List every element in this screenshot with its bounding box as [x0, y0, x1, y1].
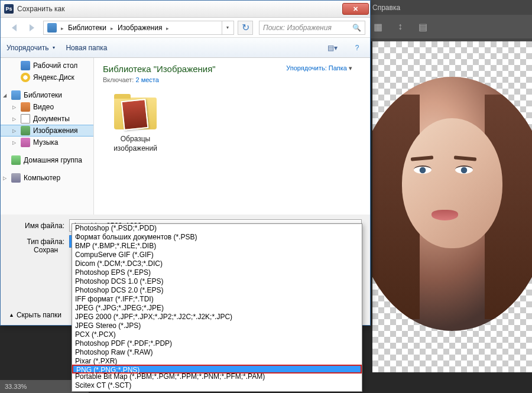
filetype-option[interactable]: Формат больших документов (*.PSB)	[72, 233, 362, 242]
filetype-option[interactable]: Photoshop EPS (*.EPS)	[72, 268, 362, 277]
help-button[interactable]: ?	[350, 41, 364, 55]
filename-label: Имя файла:	[24, 222, 69, 230]
dialog-titlebar[interactable]: Ps Сохранить как ✕	[1, 1, 370, 18]
breadcrumb-images[interactable]: Изображения	[115, 24, 164, 32]
nav-forward-button[interactable]	[24, 20, 41, 35]
save-section-label: Сохран	[34, 246, 58, 254]
sidebar-item-homegroup[interactable]: Домашняя группа	[1, 154, 93, 166]
search-icon: 🔍	[352, 24, 361, 32]
folder-item-samples[interactable]: Образцы изображений	[103, 94, 168, 153]
tree-collapse-icon[interactable]: ▷	[3, 176, 7, 181]
tree-expand-icon[interactable]: ◢	[3, 93, 7, 98]
sidebar-item-images[interactable]: ▷Изображения	[1, 125, 93, 137]
tree-collapse-icon[interactable]: ▷	[12, 116, 16, 122]
tree-collapse-icon[interactable]: ▷	[12, 128, 16, 134]
music-icon	[21, 138, 30, 147]
organize-button[interactable]: Упорядочить	[7, 44, 55, 52]
chevron-up-icon: ▲	[9, 312, 14, 318]
pictures-icon	[21, 126, 30, 135]
sidebar-item-computer[interactable]: ▷Компьютер	[1, 172, 93, 184]
sidebar-item-yandex[interactable]: Яндекс.Диск	[1, 72, 93, 83]
sort-control[interactable]: Упорядочить: Папка ▾	[286, 64, 352, 72]
locations-link[interactable]: 2 места	[135, 76, 158, 83]
filetype-option[interactable]: CompuServe GIF (*.GIF)	[72, 251, 362, 259]
ps-image-content	[372, 77, 532, 331]
filetype-option[interactable]: BMP (*.BMP;*.RLE;*.DIB)	[72, 242, 362, 251]
menu-help[interactable]: Справка	[372, 4, 400, 12]
tree-collapse-icon[interactable]: ▷	[12, 140, 16, 145]
view-options-button[interactable]: ▤▾	[325, 41, 339, 55]
sidebar-item-libraries[interactable]: ◢Библиотеки	[1, 89, 93, 101]
folder-label: Образцы изображений	[103, 135, 168, 153]
filetype-option[interactable]: JPEG 2000 (*.JPF;*.JPX;*.JP2;*.J2C;*.J2K…	[72, 313, 362, 321]
filetype-option[interactable]: Scitex CT (*.SCT)	[72, 381, 362, 390]
ps-canvas[interactable]	[372, 41, 532, 372]
filetype-option[interactable]: Photoshop PDF (*.PDF;*.PDP)	[72, 339, 362, 348]
folder-icon	[112, 94, 159, 132]
filetype-option[interactable]: IFF формат (*.IFF;*.TDI)	[72, 295, 362, 304]
filetype-label: Тип файла:	[24, 238, 69, 246]
nav-sidebar[interactable]: Рабочий стол Яндекс.Диск ◢Библиотеки ▷Ви…	[1, 58, 94, 215]
close-button[interactable]: ✕	[342, 3, 369, 15]
filetype-option[interactable]: Photoshop Raw (*.RAW)	[72, 348, 362, 357]
document-icon	[21, 114, 30, 124]
filetype-option[interactable]: JPEG (*.JPG;*.JPEG;*.JPE)	[72, 304, 362, 313]
sidebar-item-music[interactable]: ▷Музыка	[1, 137, 93, 148]
filetype-dropdown[interactable]: Photoshop (*.PSD;*.PDD) Формат больших д…	[72, 223, 362, 392]
search-placeholder: Поиск: Изображения	[263, 24, 352, 32]
ps-tool-icon-2[interactable]: ↕	[395, 21, 406, 32]
zoom-level[interactable]: 33.33%	[5, 383, 27, 390]
new-folder-button[interactable]: Новая папка	[66, 44, 107, 52]
dialog-toolbar: Упорядочить Новая папка ▤▾ ?	[1, 38, 370, 58]
libraries-icon	[11, 90, 21, 100]
breadcrumb-dropdown[interactable]: ▾	[222, 21, 232, 34]
refresh-button[interactable]: ↻	[238, 21, 253, 35]
homegroup-icon	[11, 155, 21, 165]
breadcrumb-bar[interactable]: Библиотеки Изображения ▾	[43, 21, 234, 35]
sidebar-item-documents[interactable]: ▷Документы	[1, 113, 93, 125]
content-subheader: Включает: 2 места	[103, 76, 361, 83]
sidebar-item-desktop[interactable]: Рабочий стол	[1, 60, 93, 72]
ps-tool-icon-1[interactable]: ▦	[372, 21, 383, 32]
nav-back-button[interactable]	[5, 20, 22, 35]
desktop-icon	[21, 61, 30, 70]
ps-app-icon: Ps	[4, 4, 14, 14]
yandex-icon	[21, 73, 30, 82]
search-input[interactable]: Поиск: Изображения 🔍	[259, 21, 365, 35]
ps-tool-icon-3[interactable]: ▤	[417, 21, 428, 32]
breadcrumb-libraries[interactable]: Библиотеки	[66, 24, 109, 32]
filetype-option[interactable]: Dicom (*.DCM;*.DC3;*.DIC)	[72, 259, 362, 268]
nav-bar: Библиотеки Изображения ▾ ↻ Поиск: Изобра…	[1, 18, 370, 38]
filetype-option[interactable]: PCX (*.PCX)	[72, 330, 362, 339]
filetype-option[interactable]: Targa (*.TGA;*.VDA;*.ICB;*.VST)	[72, 390, 362, 392]
hide-folders-button[interactable]: ▲ Скрыть папки	[9, 311, 61, 319]
filetype-option[interactable]: Photoshop DCS 1.0 (*.EPS)	[72, 277, 362, 286]
computer-icon	[11, 173, 21, 183]
filetype-option[interactable]: Photoshop (*.PSD;*.PDD)	[72, 224, 362, 233]
dialog-title: Сохранить как	[17, 5, 342, 13]
sidebar-item-video[interactable]: ▷Видео	[1, 101, 93, 113]
tree-collapse-icon[interactable]: ▷	[12, 105, 16, 110]
filetype-option[interactable]: Photoshop DCS 2.0 (*.EPS)	[72, 286, 362, 295]
libraries-icon	[47, 23, 57, 33]
filetype-option-png[interactable]: PNG (*.PNG;*.PNS)	[72, 365, 362, 373]
video-icon	[21, 102, 30, 112]
filetype-option[interactable]: JPEG Stereo (*.JPS)	[72, 321, 362, 330]
content-pane[interactable]: Библиотека "Изображения" Включает: 2 мес…	[94, 58, 370, 215]
